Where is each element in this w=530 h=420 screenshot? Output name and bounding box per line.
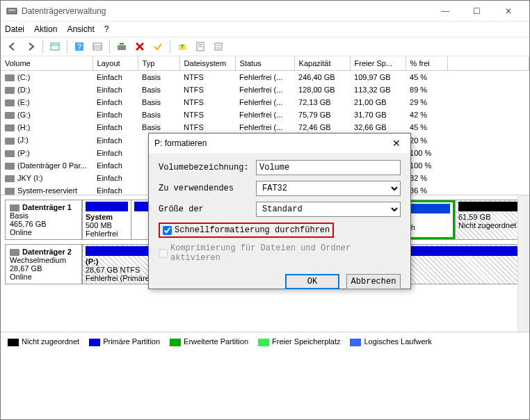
maximize-button[interactable]: ☐ xyxy=(461,1,492,21)
label-alloc-size: Größe der xyxy=(159,204,256,214)
disk-icon xyxy=(10,204,19,211)
disk1-type: Basis xyxy=(10,211,29,220)
alloc-size-select[interactable]: Standard xyxy=(256,202,401,217)
legend-primary: Primäre Partition xyxy=(103,337,160,346)
legend-logical: Logisches Laufwerk xyxy=(364,337,431,346)
svg-rect-0 xyxy=(7,8,17,14)
table-row[interactable]: (H:)EinfachBasisNTFSFehlerfrei (...72,46… xyxy=(1,121,529,134)
menu-view[interactable]: Ansicht xyxy=(67,24,94,34)
volume-name-input[interactable] xyxy=(256,160,401,175)
legend-free: Freier Speicherplatz xyxy=(272,337,340,346)
quick-format-checkbox[interactable] xyxy=(163,226,172,235)
table-row[interactable]: (D:)EinfachBasisNTFSFehlerfrei (...128,0… xyxy=(1,83,529,96)
toolbar: ? xyxy=(1,37,529,56)
back-button[interactable] xyxy=(5,39,20,54)
quick-format-highlight: Schnellformatierung durchführen xyxy=(159,223,334,238)
disk2-size: 28,67 GB xyxy=(10,264,42,273)
compress-label: Komprimierung für Dateien und Ordner akt… xyxy=(170,243,401,263)
legend-unallocated: Nicht zugeordnet xyxy=(22,337,79,346)
menu-help[interactable]: ? xyxy=(104,24,109,34)
settings-button[interactable] xyxy=(211,39,226,54)
menu-action[interactable]: Aktion xyxy=(34,24,57,34)
compress-checkbox xyxy=(159,249,168,258)
close-button[interactable]: ✕ xyxy=(492,1,524,21)
dialog-close-button[interactable]: ✕ xyxy=(388,138,405,149)
disk-icon xyxy=(10,249,19,256)
label-filesystem: Zu verwendendes xyxy=(159,184,256,193)
svg-rect-9 xyxy=(118,45,126,50)
col-type[interactable]: Typ xyxy=(138,56,179,71)
legend-extended: Erweiterte Partition xyxy=(184,337,248,346)
svg-rect-2 xyxy=(51,43,59,50)
titlebar: Datenträgerverwaltung — ☐ ✕ xyxy=(1,1,529,22)
legend: Nicht zugeordnet Primäre Partition Erwei… xyxy=(1,332,529,351)
svg-text:?: ? xyxy=(77,42,81,51)
cancel-button[interactable]: Abbrechen xyxy=(346,274,401,289)
menubar: Datei Aktion Ansicht ? xyxy=(1,22,529,37)
table-row[interactable]: (C:)EinfachBasisNTFSFehlerfrei (...246,4… xyxy=(1,71,529,84)
dialog-title: P: formatieren xyxy=(154,138,388,148)
quick-format-label: Schnellformatierung durchführen xyxy=(175,225,330,235)
svg-rect-1 xyxy=(8,10,15,10)
filesystem-select[interactable]: FAT32 xyxy=(256,181,401,196)
disk-management-window: Datenträgerverwaltung — ☐ ✕ Datei Aktion… xyxy=(0,0,530,420)
minimize-button[interactable]: — xyxy=(430,1,461,21)
disk2-type: Wechselmedium xyxy=(10,256,66,264)
col-volume[interactable]: Volume xyxy=(1,56,93,71)
disk1-status: Online xyxy=(10,228,32,236)
svg-rect-14 xyxy=(215,43,222,50)
window-title: Datenträgerverwaltung xyxy=(22,6,430,16)
col-fs[interactable]: Dateisystem xyxy=(179,56,235,71)
svg-rect-6 xyxy=(93,43,102,50)
disk1-size: 465,76 GB xyxy=(10,220,47,228)
disk1-name: Datenträger 1 xyxy=(22,203,72,211)
format-dialog: P: formatieren ✕ Volumebezeichnung: Zu v… xyxy=(148,133,411,289)
col-free[interactable]: Freier Sp... xyxy=(350,56,405,71)
col-status[interactable]: Status xyxy=(235,56,294,71)
view-button[interactable] xyxy=(47,39,63,54)
refresh-button[interactable] xyxy=(114,39,129,54)
partition[interactable]: System 500 MB Fehlerfrei xyxy=(82,200,131,239)
check-button[interactable] xyxy=(150,39,166,54)
app-icon xyxy=(6,6,17,17)
col-layout[interactable]: Layout xyxy=(93,56,138,71)
unallocated[interactable]: 61,59 GB Nicht zugeordnet xyxy=(455,200,524,239)
list-button[interactable] xyxy=(90,39,105,54)
table-row[interactable]: (G:)EinfachBasisNTFSFehlerfrei (...75,79… xyxy=(1,108,529,121)
table-row[interactable]: (E:)EinfachBasisNTFSFehlerfrei (...72,13… xyxy=(1,96,529,108)
ok-button[interactable]: OK xyxy=(285,274,339,289)
delete-button[interactable] xyxy=(132,39,147,54)
menu-file[interactable]: Datei xyxy=(5,24,24,34)
forward-button[interactable] xyxy=(23,39,38,54)
label-volume-name: Volumebezeichnung: xyxy=(159,163,256,172)
disk2-name: Datenträger 2 xyxy=(22,248,72,256)
col-capacity[interactable]: Kapazität xyxy=(294,56,350,71)
scrollbar[interactable] xyxy=(517,195,529,332)
properties-button[interactable] xyxy=(193,39,208,54)
table-header: Volume Layout Typ Dateisystem Status Kap… xyxy=(1,56,529,71)
up-button[interactable] xyxy=(175,39,190,54)
col-pct[interactable]: % frei xyxy=(405,56,447,71)
help-button[interactable]: ? xyxy=(72,39,87,54)
disk2-status: Online xyxy=(10,273,32,281)
